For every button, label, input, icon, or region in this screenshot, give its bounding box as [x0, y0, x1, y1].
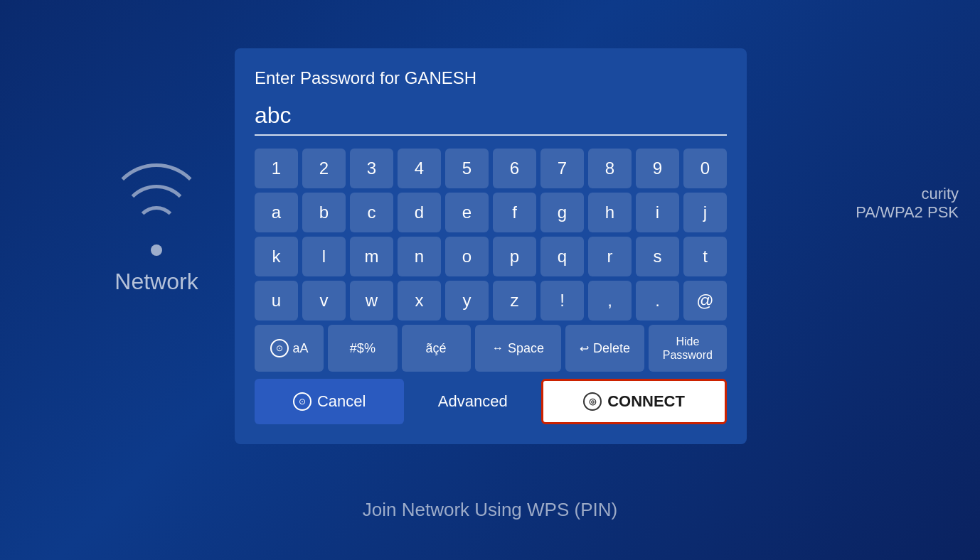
keyboard-row-k-t: k l m n o p q r s t [255, 237, 727, 276]
dialog-title: Enter Password for GANESH [255, 68, 727, 88]
key-k[interactable]: k [255, 237, 298, 276]
key-7[interactable]: 7 [540, 149, 584, 188]
key-f[interactable]: f [493, 193, 536, 232]
key-at[interactable]: @ [683, 281, 727, 321]
key-o[interactable]: o [445, 237, 489, 276]
wifi-arcs [100, 171, 213, 256]
arrows-icon: ↔ [492, 342, 504, 355]
security-info: curity PA/WPA2 PSK [856, 185, 959, 222]
key-p[interactable]: p [493, 237, 536, 276]
key-4[interactable]: 4 [398, 149, 441, 188]
cancel-button[interactable]: ⊙ Cancel [255, 379, 404, 424]
circle-icon: ⊙ [270, 339, 289, 357]
key-2[interactable]: 2 [302, 149, 346, 188]
cancel-circle-icon: ⊙ [293, 392, 311, 411]
key-j[interactable]: j [683, 193, 727, 232]
key-0[interactable]: 0 [683, 149, 727, 188]
key-exclaim[interactable]: ! [540, 281, 584, 321]
key-space[interactable]: ↔ Space [475, 325, 562, 372]
key-h[interactable]: h [588, 193, 632, 232]
wps-pin-label: Join Network Using WPS (PIN) [363, 499, 617, 521]
key-q[interactable]: q [540, 237, 584, 276]
cancel-label: Cancel [317, 392, 366, 411]
key-u[interactable]: u [255, 281, 298, 321]
key-5[interactable]: 5 [445, 149, 489, 188]
space-label: Space [508, 341, 544, 356]
key-y[interactable]: y [445, 281, 489, 321]
key-accents[interactable]: ãçé [402, 325, 471, 372]
wifi-icon-background: Network [100, 171, 213, 295]
keyboard-row-u-at: u v w x y z ! , . @ [255, 281, 727, 321]
key-i[interactable]: i [636, 193, 679, 232]
key-t[interactable]: t [683, 237, 727, 276]
password-dialog: Enter Password for GANESH 1 2 3 4 5 6 7 … [235, 48, 747, 444]
key-n[interactable]: n [398, 237, 441, 276]
key-g[interactable]: g [540, 193, 584, 232]
key-delete[interactable]: ↩ Delete [565, 325, 644, 372]
key-c[interactable]: c [350, 193, 393, 232]
security-value: PA/WPA2 PSK [856, 203, 959, 222]
key-6[interactable]: 6 [493, 149, 536, 188]
wifi-arc-small [135, 206, 178, 249]
keyboard-row-special: ⊙ aA #$% ãçé ↔ Space ↩ Delete HidePasswo… [255, 325, 727, 372]
key-symbols[interactable]: #$% [328, 325, 397, 372]
key-b[interactable]: b [302, 193, 346, 232]
key-hide-password[interactable]: HidePassword [649, 325, 727, 372]
key-case-toggle[interactable]: ⊙ aA [255, 325, 324, 372]
security-label: curity [856, 185, 959, 203]
key-case-label: aA [293, 341, 309, 356]
key-r[interactable]: r [588, 237, 632, 276]
key-period[interactable]: . [636, 281, 679, 321]
connect-button[interactable]: ◎ CONNECT [541, 379, 727, 424]
key-comma[interactable]: , [588, 281, 632, 321]
keyboard: 1 2 3 4 5 6 7 8 9 0 a b c d e f g h i j … [255, 149, 727, 372]
key-d[interactable]: d [398, 193, 441, 232]
key-v[interactable]: v [302, 281, 346, 321]
key-1[interactable]: 1 [255, 149, 298, 188]
wifi-dot [151, 244, 162, 256]
password-input[interactable] [255, 99, 727, 136]
key-m[interactable]: m [350, 237, 393, 276]
advanced-label: Advanced [438, 392, 508, 411]
connect-circle-icon: ◎ [583, 392, 602, 411]
keyboard-row-a-j: a b c d e f g h i j [255, 193, 727, 232]
key-e[interactable]: e [445, 193, 489, 232]
backspace-icon: ↩ [580, 342, 589, 355]
key-9[interactable]: 9 [636, 149, 679, 188]
key-x[interactable]: x [398, 281, 441, 321]
advanced-button[interactable]: Advanced [408, 379, 537, 424]
key-l[interactable]: l [302, 237, 346, 276]
connect-label: CONNECT [607, 392, 685, 411]
key-s[interactable]: s [636, 237, 679, 276]
key-z[interactable]: z [493, 281, 536, 321]
keyboard-row-numbers: 1 2 3 4 5 6 7 8 9 0 [255, 149, 727, 188]
network-label: Network [114, 269, 198, 295]
key-8[interactable]: 8 [588, 149, 632, 188]
delete-label: Delete [593, 341, 630, 356]
key-w[interactable]: w [350, 281, 393, 321]
key-a[interactable]: a [255, 193, 298, 232]
key-3[interactable]: 3 [350, 149, 393, 188]
bottom-buttons: ⊙ Cancel Advanced ◎ CONNECT [255, 379, 727, 424]
